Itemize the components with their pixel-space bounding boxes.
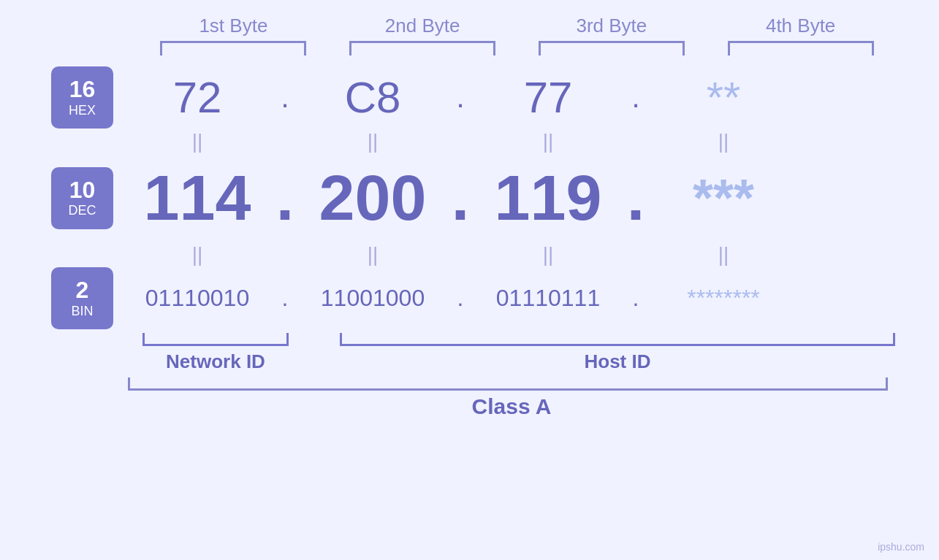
eq1-b2: || xyxy=(303,130,442,153)
main-container: 1st Byte 2nd Byte 3rd Byte 4th Byte 16 H… xyxy=(0,0,939,560)
bin-badge: 2 BIN xyxy=(51,267,113,329)
bin-byte3: 01110111 xyxy=(479,285,617,312)
dec-badge: 10 DEC xyxy=(51,167,113,229)
hex-badge: 16 HEX xyxy=(51,66,113,129)
hex-byte1: 72 xyxy=(128,72,267,123)
dec-dot1: . xyxy=(267,161,303,235)
bracket-top-2 xyxy=(349,41,495,55)
bin-base-name: BIN xyxy=(71,304,93,319)
network-id-section: Network ID xyxy=(128,333,303,373)
eq2-b2: || xyxy=(303,243,442,266)
dec-byte2: 200 xyxy=(303,161,442,235)
hex-byte4: ** xyxy=(654,72,793,123)
bin-dot3: . xyxy=(617,285,654,312)
bin-byte1: 01110010 xyxy=(128,285,267,312)
bin-dot2: . xyxy=(442,285,479,312)
bin-byte4: ******** xyxy=(654,285,793,312)
class-label: Class A xyxy=(128,394,895,419)
class-bracket xyxy=(128,377,888,391)
class-section: Class A xyxy=(44,377,895,419)
dec-row: 10 DEC 114 . 200 . 119 . *** xyxy=(44,154,895,242)
bin-values: 01110010 . 11001000 . 01110111 . *******… xyxy=(113,285,895,312)
hex-row: 16 HEX 72 . C8 . 77 . ** xyxy=(44,66,895,129)
host-id-label: Host ID xyxy=(585,350,651,373)
dec-byte3: 119 xyxy=(479,161,617,235)
eq1-b1: || xyxy=(128,130,267,153)
dec-values: 114 . 200 . 119 . *** xyxy=(113,161,895,235)
eq2-b1: || xyxy=(128,243,267,266)
dec-dot2: . xyxy=(442,161,479,235)
equals-row-2: || || || || xyxy=(44,242,895,267)
byte3-header: 3rd Byte xyxy=(539,15,685,37)
byte-headers: 1st Byte 2nd Byte 3rd Byte 4th Byte xyxy=(44,15,895,37)
eq1-b3: || xyxy=(479,130,617,153)
bin-byte2: 11001000 xyxy=(303,285,442,312)
hex-base-number: 16 xyxy=(69,77,96,102)
bottom-section: Network ID Host ID xyxy=(44,333,895,373)
top-brackets xyxy=(44,41,895,55)
hex-dot2: . xyxy=(442,81,479,114)
bin-base-number: 2 xyxy=(76,277,89,303)
hex-byte2: C8 xyxy=(303,72,442,123)
eq2-b4: || xyxy=(654,243,793,266)
bracket-top-1 xyxy=(160,41,306,55)
dec-base-number: 10 xyxy=(69,177,96,203)
hex-dot3: . xyxy=(617,81,654,114)
byte1-header: 1st Byte xyxy=(160,15,306,37)
bin-row: 2 BIN 01110010 . 11001000 . 01110111 . *… xyxy=(44,267,895,329)
hex-values: 72 . C8 . 77 . ** xyxy=(113,72,895,123)
dec-base-name: DEC xyxy=(68,203,96,218)
dec-dot3: . xyxy=(617,161,654,235)
bottom-brackets-inner: Network ID Host ID xyxy=(128,333,895,373)
equals-row-1: || || || || xyxy=(44,129,895,154)
dec-byte4: *** xyxy=(654,168,793,228)
hex-byte3: 77 xyxy=(479,72,617,123)
watermark: ipshu.com xyxy=(878,541,924,553)
hex-base-name: HEX xyxy=(69,103,96,118)
byte4-header: 4th Byte xyxy=(728,15,874,37)
bracket-top-4 xyxy=(728,41,874,55)
eq2-b3: || xyxy=(479,243,617,266)
dec-byte1: 114 xyxy=(128,161,267,235)
network-id-label: Network ID xyxy=(166,350,265,373)
network-bracket xyxy=(142,333,289,346)
host-id-section: Host ID xyxy=(340,333,895,373)
hex-dot1: . xyxy=(267,81,303,114)
host-bracket xyxy=(340,333,895,346)
bin-dot1: . xyxy=(267,285,303,312)
byte2-header: 2nd Byte xyxy=(349,15,495,37)
bracket-top-3 xyxy=(539,41,685,55)
eq1-b4: || xyxy=(654,130,793,153)
